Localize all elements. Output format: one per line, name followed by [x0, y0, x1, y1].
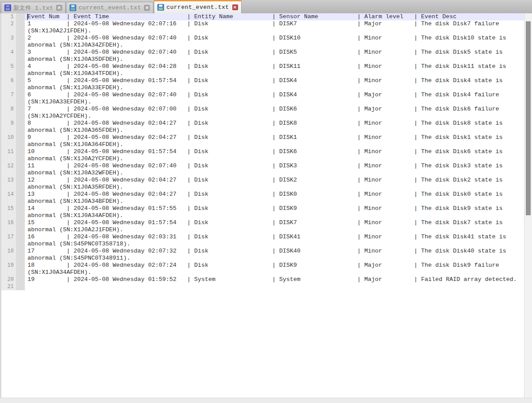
line-text[interactable]: 1 | 2024-05-08 Wednesday 02:07:16 | Disk… [25, 20, 524, 28]
line-text[interactable]: abnormal (SN:X1J0A33EFDEH). [25, 84, 524, 91]
editor-row[interactable]: (SN:X1J0A34AFDEH). [1, 269, 524, 276]
line-text[interactable]: 6 | 2024-05-08 Wednesday 02:07:40 | Disk… [25, 91, 524, 99]
editor-row[interactable]: abnormal (SN:X1J0A34TFDEH). [1, 70, 524, 77]
line-text[interactable]: 17 | 2024-05-08 Wednesday 02:07:32 | Dis… [25, 248, 524, 255]
bookmark-margin [16, 134, 25, 141]
line-text[interactable]: abnormal (SN:X1J0A365FDEH). [25, 127, 524, 134]
editor-row[interactable]: abnormal (SN:S45PNC0T358718). [1, 241, 524, 248]
editor-row[interactable]: (SN:X1J0A33EFDEH). [1, 99, 524, 106]
line-text[interactable]: 16 | 2024-05-08 Wednesday 02:03:31 | Dis… [25, 233, 524, 241]
line-text[interactable]: 18 | 2024-05-08 Wednesday 02:07:24 | Dis… [25, 262, 524, 269]
line-text[interactable]: (SN:X1J0A34AFDEH). [25, 269, 524, 276]
editor-row[interactable]: abnormal (SN:X1J0A34AFDEH). [1, 212, 524, 219]
line-text[interactable]: 8 | 2024-05-08 Wednesday 02:04:27 | Disk… [25, 120, 524, 127]
editor-row[interactable]: abnormal (SN:S45PNC0T348911). [1, 255, 524, 262]
editor-row[interactable]: 65 | 2024-05-08 Wednesday 01:57:54 | Dis… [1, 77, 524, 84]
editor-row[interactable]: abnormal (SN:X1J0A33EFDEH). [1, 84, 524, 91]
line-text[interactable]: abnormal (SN:X1J0A34TFDEH). [25, 70, 524, 77]
editor-row[interactable]: abnormal (SN:X1J0A35RFDEH). [1, 184, 524, 191]
editor-row[interactable]: abnormal (SN:X1J0A2J1FDEH). [1, 226, 524, 233]
line-text[interactable]: abnormal (SN:X1J0A35RFDEH). [25, 184, 524, 191]
editor-row[interactable]: abnormal (SN:X1J0A32WFDEH). [1, 170, 524, 177]
line-text[interactable]: abnormal (SN:X1J0A32WFDEH). [25, 170, 524, 177]
line-text[interactable]: 5 | 2024-05-08 Wednesday 01:57:54 | Disk… [25, 77, 524, 84]
editor-row[interactable]: 43 | 2024-05-08 Wednesday 02:07:40 | Dis… [1, 49, 524, 56]
window-bottom-edge [0, 398, 532, 403]
line-text[interactable]: abnormal (SN:X1J0A2J1FDEH). [25, 226, 524, 233]
tab-current-event-2-active[interactable]: current_event.txt × [154, 0, 241, 13]
line-text[interactable]: 13 | 2024-05-08 Wednesday 02:04:27 | Dis… [25, 191, 524, 198]
editor-row[interactable]: 1110 | 2024-05-08 Wednesday 01:57:54 | D… [1, 148, 524, 155]
line-text[interactable]: abnormal (SN:X1J0A364FDEH). [25, 141, 524, 148]
editor-row[interactable]: abnormal (SN:X1J0A34ZFDEH). [1, 42, 524, 49]
editor-row[interactable]: abnormal (SN:X1J0A2YCFDEH). [1, 155, 524, 162]
editor-row[interactable]: 21 [1, 283, 524, 290]
editor-row[interactable]: 1211 | 2024-05-08 Wednesday 02:07:40 | D… [1, 162, 524, 170]
line-text[interactable]: (SN:X1J0A33EFDEH). [25, 99, 524, 106]
line-text[interactable]: abnormal (SN:X1J0A34ZFDEH). [25, 42, 524, 49]
text-area[interactable]: 1Event Num | Event Time | Entity Name | … [1, 13, 524, 290]
editor-row[interactable]: 2019 | 2024-05-08 Wednesday 01:59:52 | S… [1, 276, 524, 283]
editor-row[interactable]: abnormal (SN:X1J0A364FDEH). [1, 141, 524, 148]
line-number [1, 212, 16, 219]
editor-row[interactable]: 54 | 2024-05-08 Wednesday 02:04:28 | Dis… [1, 63, 524, 70]
editor-row[interactable]: 1Event Num | Event Time | Entity Name | … [1, 13, 524, 20]
tab-current-event-1[interactable]: current_event.txt × [66, 2, 153, 13]
editor[interactable]: 1Event Num | Event Time | Entity Name | … [0, 13, 532, 398]
line-text[interactable]: abnormal (SN:X1J0A34AFDEH). [25, 212, 524, 219]
editor-row[interactable]: (SN:X1J0A2YCFDEH). [1, 113, 524, 120]
floppy-disk-icon [157, 4, 164, 11]
line-text[interactable]: 7 | 2024-05-08 Wednesday 02:07:00 | Disk… [25, 106, 524, 113]
editor-row[interactable]: abnormal (SN:X1J0A35DFDEH). [1, 56, 524, 63]
line-text[interactable]: abnormal (SN:S45PNC0T348911). [25, 255, 524, 262]
line-text[interactable]: Event Num | Event Time | Entity Name | S… [25, 13, 524, 20]
line-text[interactable]: abnormal (SN:S45PNC0T358718). [25, 241, 524, 248]
line-text[interactable]: abnormal (SN:X1J0A34BFDEH). [25, 198, 524, 205]
line-text[interactable]: (SN:X1J0A2J1FDEH). [25, 28, 524, 35]
line-text[interactable]: 9 | 2024-05-08 Wednesday 02:04:27 | Disk… [25, 134, 524, 141]
close-icon[interactable]: × [56, 5, 62, 11]
tab-new-file-1[interactable]: 新文件 1.txt × [1, 2, 66, 13]
editor-row[interactable]: 32 | 2024-05-08 Wednesday 02:07:40 | Dis… [1, 35, 524, 42]
scrollbar-thumb[interactable] [526, 21, 531, 215]
bookmark-margin [16, 141, 25, 148]
editor-row[interactable]: 98 | 2024-05-08 Wednesday 02:04:27 | Dis… [1, 120, 524, 127]
editor-row[interactable]: abnormal (SN:X1J0A34BFDEH). [1, 198, 524, 205]
editor-row[interactable]: 21 | 2024-05-08 Wednesday 02:07:16 | Dis… [1, 20, 524, 28]
editor-row[interactable]: 1514 | 2024-05-08 Wednesday 01:57:55 | D… [1, 205, 524, 212]
editor-row[interactable]: 1918 | 2024-05-08 Wednesday 02:07:24 | D… [1, 262, 524, 269]
bookmark-margin [16, 91, 25, 99]
line-number [1, 155, 16, 162]
editor-row[interactable]: 1413 | 2024-05-08 Wednesday 02:04:27 | D… [1, 191, 524, 198]
line-text[interactable]: abnormal (SN:X1J0A2YCFDEH). [25, 155, 524, 162]
line-text[interactable]: 3 | 2024-05-08 Wednesday 02:07:40 | Disk… [25, 49, 524, 56]
line-text[interactable]: 14 | 2024-05-08 Wednesday 01:57:55 | Dis… [25, 205, 524, 212]
line-text[interactable]: 11 | 2024-05-08 Wednesday 02:07:40 | Dis… [25, 162, 524, 170]
close-icon[interactable]: × [144, 5, 150, 11]
line-text[interactable]: 4 | 2024-05-08 Wednesday 02:04:28 | Disk… [25, 63, 524, 70]
editor-row[interactable]: 109 | 2024-05-08 Wednesday 02:04:27 | Di… [1, 134, 524, 141]
line-text[interactable]: 12 | 2024-05-08 Wednesday 02:04:27 | Dis… [25, 177, 524, 184]
vertical-scrollbar[interactable] [524, 13, 532, 398]
editor-row[interactable]: 1716 | 2024-05-08 Wednesday 02:03:31 | D… [1, 233, 524, 241]
editor-row[interactable]: 1312 | 2024-05-08 Wednesday 02:04:27 | D… [1, 177, 524, 184]
tab-label: current_event.txt [78, 4, 141, 11]
line-text[interactable]: abnormal (SN:X1J0A35DFDEH). [25, 56, 524, 63]
line-number: 7 [1, 91, 16, 99]
editor-row[interactable]: 1817 | 2024-05-08 Wednesday 02:07:32 | D… [1, 248, 524, 255]
line-text[interactable]: 2 | 2024-05-08 Wednesday 02:07:40 | Disk… [25, 35, 524, 42]
line-text[interactable] [25, 283, 524, 290]
editor-row[interactable]: 1615 | 2024-05-08 Wednesday 01:57:54 | D… [1, 219, 524, 226]
line-number: 20 [1, 276, 16, 283]
line-text[interactable]: 10 | 2024-05-08 Wednesday 01:57:54 | Dis… [25, 148, 524, 155]
line-text[interactable]: (SN:X1J0A2YCFDEH). [25, 113, 524, 120]
line-number: 5 [1, 63, 16, 70]
editor-row[interactable]: (SN:X1J0A2J1FDEH). [1, 28, 524, 35]
caret [27, 14, 28, 20]
editor-row[interactable]: 76 | 2024-05-08 Wednesday 02:07:40 | Dis… [1, 91, 524, 99]
close-icon[interactable]: × [232, 4, 238, 10]
editor-row[interactable]: abnormal (SN:X1J0A365FDEH). [1, 127, 524, 134]
line-text[interactable]: 15 | 2024-05-08 Wednesday 01:57:54 | Dis… [25, 219, 524, 226]
editor-row[interactable]: 87 | 2024-05-08 Wednesday 02:07:00 | Dis… [1, 106, 524, 113]
line-text[interactable]: 19 | 2024-05-08 Wednesday 01:59:52 | Sys… [25, 276, 524, 283]
